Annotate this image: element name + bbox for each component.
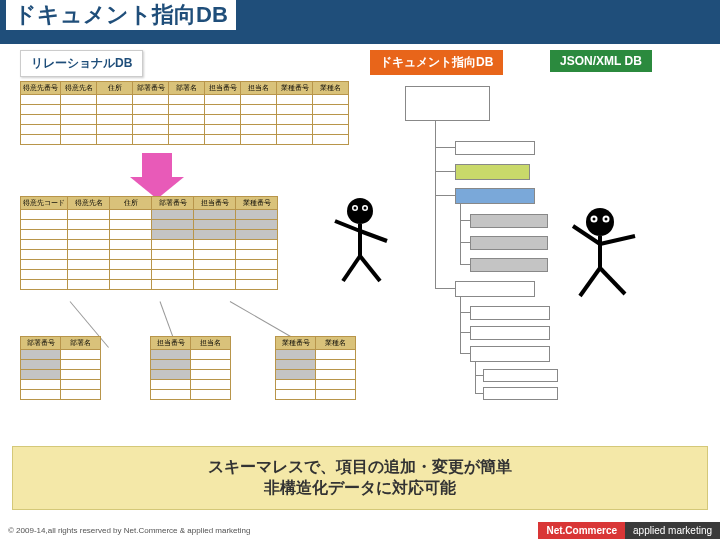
- brand-applied-marketing: applied marketing: [625, 522, 720, 539]
- col-header: 得意先番号: [21, 82, 61, 95]
- summary-line: 非構造化データに対応可能: [23, 478, 697, 499]
- tree-node: [470, 258, 548, 272]
- col-header: 担当名: [191, 337, 231, 350]
- tree-node: [455, 141, 535, 155]
- title-bar: ドキュメント指向DB: [0, 0, 720, 44]
- tree-node: [470, 326, 550, 340]
- relational-table-wide: 得意先番号 得意先名 住所 部署番号 部署名 担当番号 担当名 業種番号 業種名: [20, 81, 349, 145]
- col-header: 業種番号: [236, 197, 278, 210]
- section-labels: リレーショナルDB ドキュメント指向DB JSON/XML DB: [0, 44, 720, 76]
- col-header: 担当番号: [194, 197, 236, 210]
- col-header: 担当番号: [151, 337, 191, 350]
- person-icon: [565, 206, 645, 305]
- label-relational: リレーショナルDB: [20, 50, 143, 77]
- tree-node: [483, 369, 558, 382]
- col-header: 業種名: [316, 337, 356, 350]
- footer: © 2009-14,all rights reserved by Net.Com…: [0, 520, 720, 540]
- svg-line-19: [600, 268, 625, 294]
- svg-line-18: [580, 268, 600, 296]
- tree-node: [455, 188, 535, 204]
- tree-node: [455, 281, 535, 297]
- tree-node-root: [405, 86, 490, 121]
- col-header: 部署名: [61, 337, 101, 350]
- svg-point-13: [593, 218, 596, 221]
- col-header: 業種番号: [277, 82, 313, 95]
- col-header: 部署名: [169, 82, 205, 95]
- svg-point-14: [605, 218, 608, 221]
- col-header: 部署番号: [133, 82, 169, 95]
- svg-line-8: [343, 256, 360, 281]
- tree-node: [470, 346, 550, 362]
- diagram-area: 得意先番号 得意先名 住所 部署番号 部署名 担当番号 担当名 業種番号 業種名…: [0, 76, 720, 456]
- svg-line-9: [360, 256, 380, 281]
- tree-node: [470, 236, 548, 250]
- col-header: 部署番号: [21, 337, 61, 350]
- col-header: 住所: [97, 82, 133, 95]
- col-header: 部署番号: [152, 197, 194, 210]
- col-header: 得意先名: [61, 82, 97, 95]
- col-header: 業種名: [313, 82, 349, 95]
- svg-point-4: [364, 207, 367, 210]
- label-document: ドキュメント指向DB: [370, 50, 503, 75]
- col-header: 担当名: [241, 82, 277, 95]
- svg-line-7: [360, 231, 387, 241]
- summary-line: スキーマレスで、項目の追加・変更が簡単: [23, 457, 697, 478]
- copyright: © 2009-14,all rights reserved by Net.Com…: [0, 526, 538, 535]
- tree-node: [483, 387, 558, 400]
- tree-node: [470, 214, 548, 228]
- label-json: JSON/XML DB: [550, 50, 652, 72]
- lookup-table-industry: 業種番号業種名: [275, 336, 356, 400]
- person-icon: [325, 196, 395, 290]
- tree-node: [455, 164, 530, 180]
- relational-table-main: 得意先コード 得意先名 住所 部署番号 担当番号 業種番号: [20, 196, 278, 290]
- svg-line-17: [600, 236, 635, 244]
- col-header: 業種番号: [276, 337, 316, 350]
- page-title: ドキュメント指向DB: [6, 0, 236, 30]
- col-header: 担当番号: [205, 82, 241, 95]
- svg-point-10: [586, 208, 614, 236]
- lookup-table-dept: 部署番号部署名: [20, 336, 101, 400]
- lookup-table-person: 担当番号担当名: [150, 336, 231, 400]
- col-header: 住所: [110, 197, 152, 210]
- col-header: 得意先コード: [21, 197, 68, 210]
- col-header: 得意先名: [68, 197, 110, 210]
- brand-netcommerce: Net.Commerce: [538, 522, 625, 539]
- summary-callout: スキーマレスで、項目の追加・変更が簡単 非構造化データに対応可能: [12, 446, 708, 510]
- tree-node: [470, 306, 550, 320]
- svg-point-0: [347, 198, 373, 224]
- svg-point-3: [354, 207, 357, 210]
